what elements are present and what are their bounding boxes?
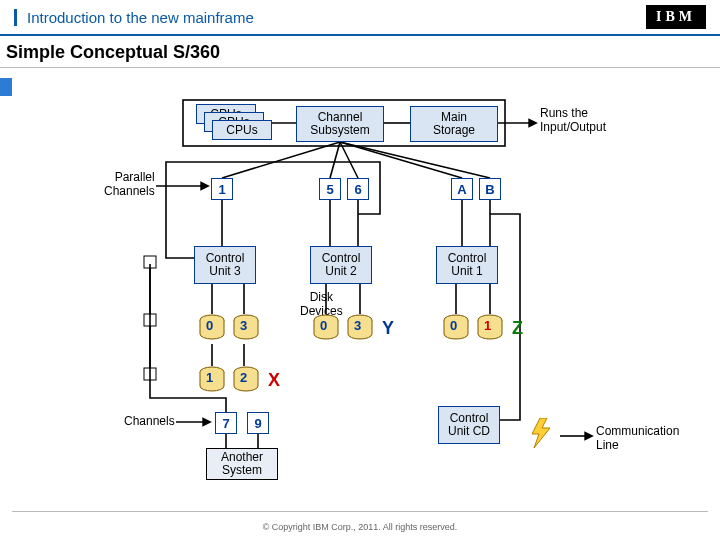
cpu-stack-front: CPUs — [212, 120, 272, 140]
disk-id: 0 — [450, 318, 457, 333]
channel-id-6: 6 — [347, 178, 369, 200]
channel-id-A: A — [451, 178, 473, 200]
svg-marker-40 — [532, 418, 550, 448]
runs-io-label: Runs the Input/Output — [540, 106, 606, 134]
communication-line-label: Communication Line — [596, 424, 679, 452]
parallel-channels-label: Parallel Channels — [104, 170, 155, 198]
disk-id: 0 — [206, 318, 213, 333]
disk-id: 2 — [240, 370, 247, 385]
channels-label: Channels — [124, 414, 175, 428]
channel-id-5: 5 — [319, 178, 341, 200]
disk-id: 0 — [320, 318, 327, 333]
bus-letter-y: Y — [382, 318, 394, 339]
disk-id: 1 — [484, 318, 491, 333]
copyright-footer: © Copyright IBM Corp., 2011. All rights … — [0, 522, 720, 532]
svg-line-5 — [340, 142, 358, 178]
control-unit-cd: Control Unit CD — [438, 406, 500, 444]
svg-line-6 — [340, 142, 462, 178]
main-storage-block: Main Storage — [410, 106, 498, 142]
disk-id: 1 — [206, 370, 213, 385]
disk-id: 3 — [240, 318, 247, 333]
disk-id: 3 — [354, 318, 361, 333]
channel-id-7: 7 — [215, 412, 237, 434]
channel-subsystem-block: Channel Subsystem — [296, 106, 384, 142]
diagram-canvas: CPUs CPUs CPUs Channel Subsystem Main St… — [0, 68, 720, 508]
control-unit-3: Control Unit 3 — [194, 246, 256, 284]
channel-id-B: B — [479, 178, 501, 200]
channel-id-1: 1 — [211, 178, 233, 200]
channel-id-9: 9 — [247, 412, 269, 434]
another-system-block: Another System — [206, 448, 278, 480]
slide-header: Introduction to the new mainframe IBM — [0, 0, 720, 36]
ibm-logo: IBM — [646, 5, 706, 29]
control-unit-2: Control Unit 2 — [310, 246, 372, 284]
slide-title: Simple Conceptual S/360 — [0, 36, 720, 68]
bus-letter-z: Z — [512, 318, 523, 339]
header-subtitle: Introduction to the new mainframe — [14, 9, 254, 26]
footer-rule — [12, 511, 708, 512]
svg-line-4 — [330, 142, 340, 178]
svg-line-7 — [340, 142, 490, 178]
bus-letter-x: X — [268, 370, 280, 391]
lightning-icon — [530, 418, 552, 448]
svg-line-3 — [222, 142, 340, 178]
control-unit-1: Control Unit 1 — [436, 246, 498, 284]
